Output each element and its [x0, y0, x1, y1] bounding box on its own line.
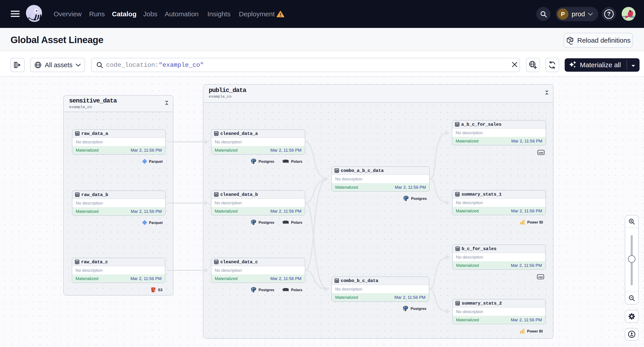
svg-text:csv: csv — [538, 275, 543, 279]
svg-text:?: ? — [607, 10, 611, 17]
svg-text:csv: csv — [539, 151, 543, 154]
